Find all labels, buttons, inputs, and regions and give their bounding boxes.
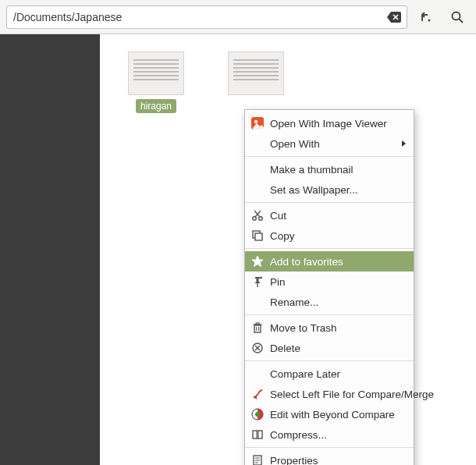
menu-add-to-favorites[interactable]: Add to favorites: [245, 251, 414, 272]
svg-point-1: [453, 12, 460, 20]
menu-copy[interactable]: Copy: [245, 225, 414, 246]
menu-label: Pin: [270, 276, 406, 288]
file-label: hiragan: [136, 99, 176, 113]
beyond-compare-icon: [251, 408, 264, 421]
main-area: hiragan Open With Image Viewer Open With: [0, 34, 476, 465]
menu-pin[interactable]: Pin: [245, 272, 414, 292]
search-button[interactable]: [445, 5, 470, 29]
svg-line-7: [255, 211, 261, 217]
svg-rect-10: [255, 233, 262, 240]
svg-point-6: [259, 217, 263, 221]
svg-point-4: [254, 120, 258, 123]
menu-delete[interactable]: Delete: [245, 338, 414, 358]
menu-edit-beyond-compare[interactable]: Edit with Beyond Compare: [245, 404, 414, 424]
menu-separator: [245, 202, 414, 203]
svg-point-25: [255, 412, 260, 417]
compress-icon: [251, 428, 264, 441]
menu-label: Add to favorites: [270, 256, 406, 268]
compare-left-icon: [251, 388, 264, 400]
delete-icon: [251, 342, 264, 354]
menu-compare-later[interactable]: Compare Later: [245, 364, 414, 384]
file-pane[interactable]: hiragan Open With Image Viewer Open With: [100, 34, 476, 465]
location-path: /Documents/Japanese: [13, 11, 122, 23]
menu-make-thumbnail[interactable]: Make a thumbnail: [245, 159, 414, 179]
svg-marker-23: [254, 395, 257, 399]
menu-label: Set as Wallpaper...: [270, 184, 406, 196]
file-thumbnail: [228, 51, 284, 95]
menu-rename[interactable]: Rename...: [245, 292, 414, 312]
clear-path-icon[interactable]: [386, 11, 402, 23]
svg-rect-17: [256, 323, 259, 325]
menu-select-left-compare[interactable]: Select Left File for Compare/Merge: [245, 384, 414, 404]
menu-label: Delete: [270, 343, 406, 354]
pin-icon: [251, 275, 264, 288]
menu-separator: [245, 314, 414, 315]
menu-separator: [245, 248, 414, 249]
trash-icon: [251, 321, 264, 334]
file-thumbnail: [128, 51, 184, 95]
menu-properties[interactable]: Properties: [245, 450, 414, 465]
svg-point-5: [253, 217, 257, 221]
menu-separator: [245, 156, 414, 157]
menu-separator: [245, 360, 414, 361]
context-menu: Open With Image Viewer Open With Make a …: [244, 109, 414, 465]
svg-rect-15: [254, 325, 261, 332]
menu-label: Compare Later: [270, 368, 406, 380]
svg-line-8: [254, 211, 260, 217]
sidebar-partial: [0, 34, 100, 465]
svg-marker-11: [252, 256, 263, 267]
menu-open-with-image-viewer[interactable]: Open With Image Viewer: [245, 113, 414, 133]
star-icon: [251, 255, 264, 268]
menu-label: Edit with Beyond Compare: [270, 409, 406, 421]
menu-cut[interactable]: Cut: [245, 205, 414, 225]
file-item[interactable]: [218, 51, 293, 98]
copy-icon: [251, 229, 264, 242]
svg-line-2: [460, 19, 464, 23]
menu-label: Cut: [270, 210, 406, 222]
top-toolbar: /Documents/Japanese: [0, 0, 476, 34]
cut-icon: [251, 209, 264, 222]
menu-label: Compress...: [270, 429, 406, 441]
menu-label: Select Left File for Compare/Merge: [270, 389, 434, 400]
menu-label: Copy: [270, 230, 406, 242]
menu-label: Rename...: [270, 296, 406, 308]
menu-set-as-wallpaper[interactable]: Set as Wallpaper...: [245, 179, 414, 200]
svg-point-0: [428, 19, 431, 21]
image-viewer-icon: [251, 117, 264, 130]
path-input-container[interactable]: /Documents/Japanese: [6, 5, 407, 29]
menu-compress[interactable]: Compress...: [245, 424, 414, 445]
menu-move-to-trash[interactable]: Move to Trash: [245, 318, 414, 338]
menu-label: Move to Trash: [270, 322, 406, 334]
file-item-selected[interactable]: hiragan: [119, 51, 194, 113]
menu-separator: [245, 447, 414, 448]
menu-label: Properties: [270, 455, 406, 466]
menu-label: Open With Image Viewer: [270, 118, 406, 130]
menu-open-with[interactable]: Open With: [245, 133, 414, 154]
parent-folder-button[interactable]: [414, 5, 439, 29]
properties-icon: [251, 454, 264, 465]
submenu-arrow-icon: [402, 140, 406, 147]
menu-label: Open With: [270, 138, 396, 150]
menu-label: Make a thumbnail: [270, 164, 406, 176]
